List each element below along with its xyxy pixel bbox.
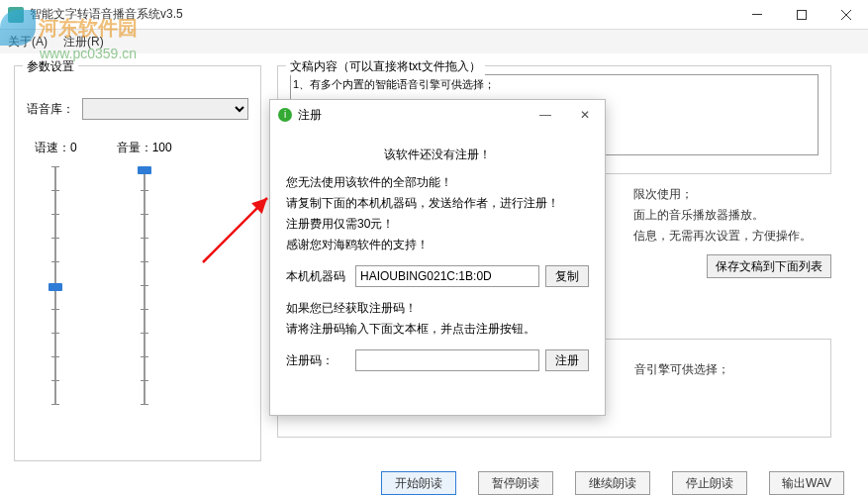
speed-thumb[interactable] (48, 283, 62, 291)
volume-label: 音量：100 (117, 140, 172, 156)
dialog-msg: 请复制下面的本机机器码，发送给作者，进行注册！ (286, 194, 589, 212)
save-content-button[interactable]: 保存文稿到下面列表 (707, 254, 831, 278)
params-panel-title: 参数设置 (23, 58, 78, 75)
reg-code-label: 注册码： (286, 352, 349, 369)
window-titlebar: 智能文字转语音播音系统v3.5 (0, 0, 868, 30)
dialog-titlebar: i 注册 — ✕ (270, 100, 605, 130)
dialog-msg: 您无法使用该软件的全部功能！ (286, 173, 589, 191)
dialog-title: 注册 (298, 107, 526, 124)
maximize-button[interactable] (779, 0, 823, 30)
dialog-minimize-button[interactable]: — (526, 108, 565, 122)
voice-library-label: 语音库： (27, 101, 74, 118)
resume-read-button[interactable]: 继续朗读 (575, 471, 650, 495)
action-buttons: 开始朗读 暂停朗读 继续朗读 停止朗读 输出WAV (0, 469, 868, 495)
dialog-headline: 该软件还没有注册！ (286, 146, 589, 163)
copy-button[interactable]: 复制 (545, 265, 589, 287)
window-title: 智能文字转语音播音系统v3.5 (30, 6, 734, 23)
content-panel-title: 文稿内容（可以直接将txt文件拖入） (286, 58, 485, 75)
output-wav-button[interactable]: 输出WAV (769, 471, 844, 495)
info-line: 信息，无需再次设置，方便操作。 (633, 228, 831, 245)
dialog-msg: 请将注册码输入下面文本框，并点击注册按钮。 (286, 320, 589, 338)
register-dialog: i 注册 — ✕ 该软件还没有注册！ 您无法使用该软件的全部功能！ 请复制下面的… (269, 99, 606, 416)
dialog-msg: 注册费用仅需30元！ (286, 215, 589, 233)
minimize-button[interactable] (734, 0, 779, 30)
start-read-button[interactable]: 开始朗读 (381, 471, 456, 495)
menu-register[interactable]: 注册(R) (63, 34, 104, 50)
reg-code-input[interactable] (355, 349, 539, 371)
list-line: 音引擎可供选择； (634, 361, 819, 378)
speed-slider[interactable] (44, 166, 67, 404)
app-icon (8, 7, 24, 23)
svg-rect-0 (752, 14, 762, 15)
volume-thumb[interactable] (138, 166, 151, 174)
info-line: 面上的音乐播放器播放。 (633, 207, 831, 224)
dialog-msg: 如果您已经获取注册码！ (286, 299, 589, 317)
speed-label: 语速：0 (35, 140, 77, 156)
dialog-msg: 感谢您对海鸥软件的支持！ (286, 236, 589, 253)
stop-read-button[interactable]: 停止朗读 (672, 471, 747, 495)
pause-read-button[interactable]: 暂停朗读 (478, 471, 553, 495)
close-button[interactable] (823, 0, 868, 30)
volume-slider[interactable] (133, 166, 156, 404)
dialog-close-button[interactable]: ✕ (565, 108, 605, 122)
svg-rect-1 (797, 10, 806, 19)
register-button[interactable]: 注册 (545, 349, 589, 371)
machine-code-label: 本机机器码 (286, 268, 349, 285)
machine-code-input[interactable] (355, 265, 539, 287)
info-line: 限次使用； (633, 186, 831, 203)
params-panel: 参数设置 语音库： 语速：0 音量：100 (14, 65, 261, 461)
menu-about[interactable]: 关于(A) (8, 34, 48, 50)
menubar: 关于(A) 注册(R) (0, 30, 868, 53)
voice-library-select[interactable] (82, 98, 248, 120)
info-icon: i (278, 108, 292, 122)
